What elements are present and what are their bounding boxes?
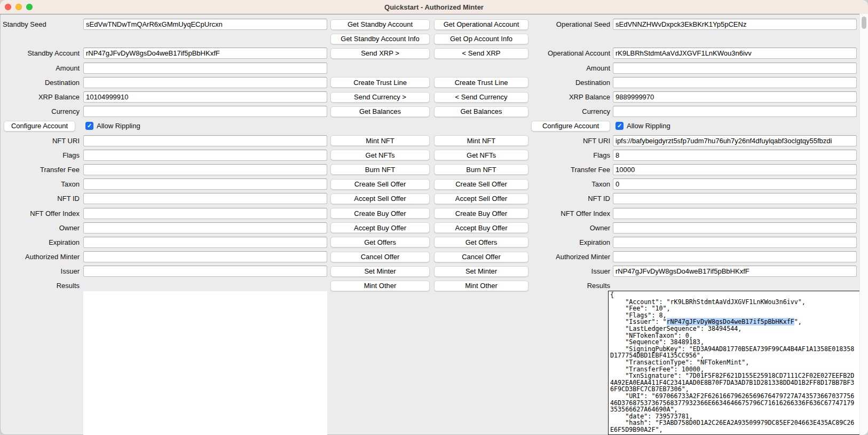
operational-create-trust-line-button[interactable]: Create Trust Line	[434, 77, 528, 88]
operational-expiration-input[interactable]	[613, 237, 857, 248]
operational-cancel-offer-button[interactable]: Cancel Offer	[434, 252, 528, 262]
operational-amount-label: Amount	[586, 64, 610, 72]
operational-nft-id-input[interactable]	[613, 193, 857, 204]
operational-owner-input[interactable]	[613, 222, 857, 234]
operational-nft-uri-input[interactable]	[613, 135, 857, 146]
operational-issuer-input[interactable]	[613, 266, 857, 277]
checkmark-icon: ✓	[87, 123, 92, 129]
standby-mint-nft-button[interactable]: Mint NFT	[330, 135, 430, 146]
standby-accept-buy-offer-button[interactable]: Accept Buy Offer	[330, 222, 430, 233]
operational-results-text: { "Account": "rK9LBRhStdmtAaVdJXGVF1LnKW…	[609, 291, 859, 433]
standby-authorized-minter-input[interactable]	[83, 251, 327, 262]
get-op-account-info-button[interactable]: Get Op Account Info	[434, 34, 528, 44]
standby-allow-rippling-label: Allow Rippling	[97, 122, 140, 130]
standby-create-sell-offer-button[interactable]: Create Sell Offer	[330, 179, 430, 190]
get-operational-account-button[interactable]: Get Operational Account	[434, 19, 528, 30]
operational-xrp-balance-input[interactable]	[613, 91, 857, 103]
operational-account-input[interactable]	[613, 48, 857, 59]
zoom-button[interactable]	[26, 4, 33, 10]
operational-expiration-label: Expiration	[579, 238, 610, 246]
operational-seed-input[interactable]	[613, 19, 857, 30]
operational-nft-id-label: NFT ID	[588, 195, 610, 203]
standby-nft-id-input[interactable]	[83, 193, 327, 204]
standby-mint-other-button[interactable]: Mint Other	[330, 281, 430, 291]
operational-transfer-fee-input[interactable]	[613, 164, 857, 175]
operational-nft-uri-label: NFT URI	[583, 137, 610, 145]
standby-issuer-input[interactable]	[83, 266, 327, 277]
standby-create-buy-offer-button[interactable]: Create Buy Offer	[330, 208, 430, 219]
operational-mint-other-button[interactable]: Mint Other	[434, 281, 528, 291]
operational-taxon-input[interactable]	[613, 178, 857, 190]
standby-send-currency-button[interactable]: Send Currency >	[330, 92, 430, 103]
operational-nft-offer-index-input[interactable]	[613, 208, 857, 219]
operational-send-currency-button[interactable]: < Send Currency	[434, 92, 528, 103]
operational-burn-nft-button[interactable]: Burn NFT	[434, 164, 528, 175]
get-standby-account-button[interactable]: Get Standby Account	[330, 19, 430, 30]
standby-get-offers-button[interactable]: Get Offers	[330, 237, 430, 247]
standby-account-input[interactable]	[83, 48, 327, 59]
operational-send-xrp-button[interactable]: < Send XRP	[434, 48, 528, 59]
standby-currency-input[interactable]	[83, 106, 327, 117]
standby-flags-label: Flags	[62, 151, 80, 159]
operational-get-offers-button[interactable]: Get Offers	[434, 237, 528, 247]
operational-flags-input[interactable]	[613, 150, 857, 161]
standby-create-trust-line-button[interactable]: Create Trust Line	[330, 77, 430, 88]
standby-cancel-offer-button[interactable]: Cancel Offer	[330, 252, 430, 262]
get-standby-account-info-button[interactable]: Get Standby Account Info	[330, 34, 430, 44]
operational-get-nfts-button[interactable]: Get NFTs	[434, 150, 528, 160]
operational-results-box[interactable]: { "Account": "rK9LBRhStdmtAaVdJXGVF1LnKW…	[608, 291, 860, 435]
standby-authorized-minter-label: Authorized Minter	[25, 253, 80, 261]
operational-accept-buy-offer-button[interactable]: Accept Buy Offer	[434, 222, 528, 233]
standby-burn-nft-button[interactable]: Burn NFT	[330, 164, 430, 175]
operational-currency-input[interactable]	[613, 106, 857, 117]
vertical-scrollbar[interactable]	[859, 14, 868, 435]
scrollbar-thumb[interactable]	[862, 17, 866, 29]
standby-results-text[interactable]	[83, 291, 327, 435]
operational-create-buy-offer-button[interactable]: Create Buy Offer	[434, 208, 528, 219]
form-row: Standby Account Send XRP > < Send XRP Op…	[0, 46, 868, 60]
standby-transfer-fee-input[interactable]	[83, 164, 327, 175]
standby-owner-input[interactable]	[83, 222, 327, 234]
standby-seed-input[interactable]	[83, 19, 327, 30]
form-row: Destination Create Trust Line Create Tru…	[0, 75, 868, 90]
form-row: Issuer Set Minter Set Minter Issuer	[0, 264, 868, 278]
standby-taxon-input[interactable]	[83, 178, 327, 190]
standby-send-xrp-button[interactable]: Send XRP >	[330, 48, 430, 59]
operational-set-minter-button[interactable]: Set Minter	[434, 266, 528, 277]
operational-get-balances-button[interactable]: Get Balances	[434, 106, 528, 117]
operational-accept-sell-offer-button[interactable]: Accept Sell Offer	[434, 193, 528, 204]
standby-expiration-input[interactable]	[83, 237, 327, 248]
operational-create-sell-offer-button[interactable]: Create Sell Offer	[434, 179, 528, 190]
form-row: NFT ID Accept Sell Offer Accept Sell Off…	[0, 191, 868, 206]
standby-destination-input[interactable]	[83, 77, 327, 88]
standby-nft-uri-input[interactable]	[83, 135, 327, 146]
standby-nft-offer-index-input[interactable]	[83, 208, 327, 219]
close-button[interactable]	[5, 4, 11, 10]
operational-amount-input[interactable]	[613, 63, 857, 74]
operational-results-label: Results	[587, 282, 610, 290]
standby-nft-id-label: NFT ID	[57, 195, 80, 203]
main-content: Standby Seed Get Standby Account Get Ope…	[0, 14, 868, 435]
standby-get-balances-button[interactable]: Get Balances	[330, 106, 430, 117]
standby-flags-input[interactable]	[83, 150, 327, 161]
operational-mint-nft-button[interactable]: Mint NFT	[434, 135, 528, 146]
form-row: Configure Account ✓ Allow Rippling Confi…	[0, 119, 868, 133]
standby-transfer-fee-label: Transfer Fee	[40, 166, 80, 174]
standby-set-minter-button[interactable]: Set Minter	[330, 266, 430, 277]
standby-get-nfts-button[interactable]: Get NFTs	[330, 150, 430, 160]
operational-configure-account-button[interactable]: Configure Account	[531, 121, 610, 131]
operational-destination-input[interactable]	[613, 77, 857, 88]
form-row: Owner Accept Buy Offer Accept Buy Offer …	[0, 221, 868, 235]
standby-accept-sell-offer-button[interactable]: Accept Sell Offer	[330, 193, 430, 204]
operational-authorized-minter-input[interactable]	[613, 251, 857, 262]
standby-xrp-balance-input[interactable]	[83, 91, 327, 103]
standby-configure-account-button[interactable]: Configure Account	[4, 121, 75, 131]
minimize-button[interactable]	[15, 4, 22, 10]
window-title: Quickstart - Authorized Minter	[384, 3, 484, 11]
operational-allow-rippling-checkbox[interactable]: ✓	[616, 122, 624, 130]
operational-xrp-balance-label: XRP Balance	[569, 93, 610, 101]
form-row: NFT Offer Index Create Buy Offer Create …	[0, 206, 868, 220]
standby-amount-input[interactable]	[83, 63, 327, 74]
standby-allow-rippling-checkbox[interactable]: ✓	[85, 122, 93, 130]
standby-issuer-label: Issuer	[61, 267, 80, 275]
